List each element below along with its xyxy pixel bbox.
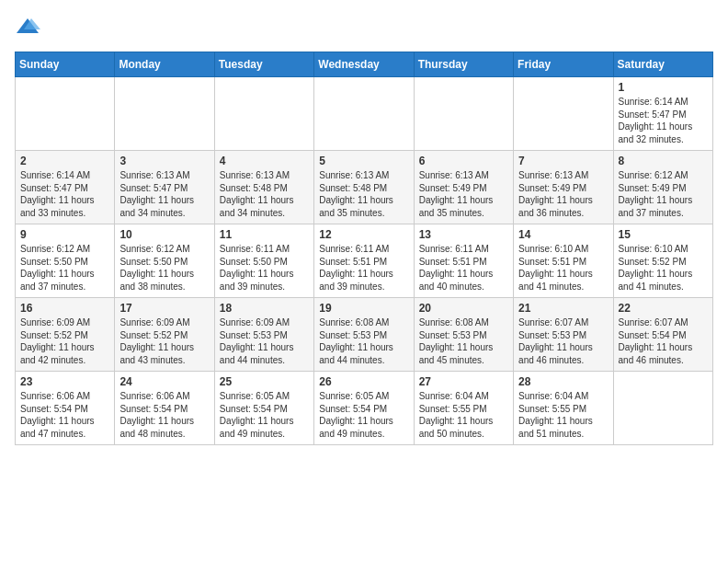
day-number: 10 <box>119 228 209 241</box>
calendar-cell: 22Sunrise: 6:07 AM Sunset: 5:54 PM Dayli… <box>613 298 712 372</box>
calendar-cell: 27Sunrise: 6:04 AM Sunset: 5:55 PM Dayli… <box>414 372 513 445</box>
column-header-sunday: Sunday <box>16 52 115 77</box>
day-number: 20 <box>419 302 508 315</box>
day-number: 21 <box>518 302 608 315</box>
day-number: 27 <box>419 375 508 388</box>
day-number: 7 <box>518 155 608 167</box>
calendar-week-row: 23Sunrise: 6:06 AM Sunset: 5:54 PM Dayli… <box>16 372 713 445</box>
logo-icon <box>15 15 40 40</box>
day-number: 5 <box>319 155 408 167</box>
calendar-cell: 12Sunrise: 6:11 AM Sunset: 5:51 PM Dayli… <box>314 224 414 298</box>
calendar-cell: 25Sunrise: 6:05 AM Sunset: 5:54 PM Dayli… <box>214 372 313 445</box>
calendar-cell: 15Sunrise: 6:10 AM Sunset: 5:52 PM Dayli… <box>613 224 712 298</box>
column-header-wednesday: Wednesday <box>314 52 414 77</box>
day-number: 23 <box>20 375 109 388</box>
cell-info: Sunrise: 6:09 AM Sunset: 5:53 PM Dayligh… <box>220 316 309 366</box>
column-header-monday: Monday <box>115 52 214 77</box>
cell-info: Sunrise: 6:14 AM Sunset: 5:47 PM Dayligh… <box>619 96 708 145</box>
calendar-cell <box>314 77 414 151</box>
calendar-cell: 28Sunrise: 6:04 AM Sunset: 5:55 PM Dayli… <box>514 372 613 445</box>
calendar-cell <box>16 77 115 151</box>
calendar-cell: 2Sunrise: 6:14 AM Sunset: 5:47 PM Daylig… <box>16 151 115 224</box>
cell-info: Sunrise: 6:10 AM Sunset: 5:52 PM Dayligh… <box>619 243 708 293</box>
calendar-cell: 6Sunrise: 6:13 AM Sunset: 5:49 PM Daylig… <box>414 151 513 224</box>
calendar-week-row: 16Sunrise: 6:09 AM Sunset: 5:52 PM Dayli… <box>16 298 713 372</box>
day-number: 19 <box>319 302 408 315</box>
calendar-cell: 18Sunrise: 6:09 AM Sunset: 5:53 PM Dayli… <box>214 298 313 372</box>
cell-info: Sunrise: 6:13 AM Sunset: 5:47 PM Dayligh… <box>119 169 209 219</box>
cell-info: Sunrise: 6:12 AM Sunset: 5:50 PM Dayligh… <box>20 243 109 293</box>
day-number: 6 <box>419 155 508 167</box>
cell-info: Sunrise: 6:11 AM Sunset: 5:51 PM Dayligh… <box>319 243 408 293</box>
cell-info: Sunrise: 6:06 AM Sunset: 5:54 PM Dayligh… <box>20 390 109 440</box>
calendar-cell: 10Sunrise: 6:12 AM Sunset: 5:50 PM Dayli… <box>115 224 214 298</box>
calendar-cell: 5Sunrise: 6:13 AM Sunset: 5:48 PM Daylig… <box>314 151 414 224</box>
calendar-cell: 24Sunrise: 6:06 AM Sunset: 5:54 PM Dayli… <box>115 372 214 445</box>
cell-info: Sunrise: 6:10 AM Sunset: 5:51 PM Dayligh… <box>518 243 608 293</box>
cell-info: Sunrise: 6:13 AM Sunset: 5:48 PM Dayligh… <box>220 169 309 219</box>
day-number: 22 <box>619 302 708 315</box>
day-number: 18 <box>220 302 309 315</box>
calendar-cell: 23Sunrise: 6:06 AM Sunset: 5:54 PM Dayli… <box>16 372 115 445</box>
day-number: 8 <box>619 155 708 167</box>
day-number: 28 <box>518 375 608 388</box>
cell-info: Sunrise: 6:11 AM Sunset: 5:51 PM Dayligh… <box>419 243 508 293</box>
cell-info: Sunrise: 6:07 AM Sunset: 5:53 PM Dayligh… <box>518 316 608 366</box>
calendar-cell: 8Sunrise: 6:12 AM Sunset: 5:49 PM Daylig… <box>613 151 712 224</box>
page-header <box>15 15 713 40</box>
cell-info: Sunrise: 6:08 AM Sunset: 5:53 PM Dayligh… <box>419 316 508 366</box>
calendar-table: SundayMondayTuesdayWednesdayThursdayFrid… <box>15 52 713 445</box>
cell-info: Sunrise: 6:05 AM Sunset: 5:54 PM Dayligh… <box>220 390 309 440</box>
cell-info: Sunrise: 6:12 AM Sunset: 5:50 PM Dayligh… <box>119 243 209 293</box>
day-number: 4 <box>220 155 309 167</box>
calendar-cell: 11Sunrise: 6:11 AM Sunset: 5:50 PM Dayli… <box>214 224 313 298</box>
logo <box>15 15 44 40</box>
cell-info: Sunrise: 6:09 AM Sunset: 5:52 PM Dayligh… <box>20 316 109 366</box>
day-number: 1 <box>619 81 708 94</box>
day-number: 12 <box>319 228 408 241</box>
column-header-tuesday: Tuesday <box>214 52 313 77</box>
day-number: 17 <box>119 302 209 315</box>
cell-info: Sunrise: 6:13 AM Sunset: 5:49 PM Dayligh… <box>419 169 508 219</box>
calendar-cell: 26Sunrise: 6:05 AM Sunset: 5:54 PM Dayli… <box>314 372 414 445</box>
day-number: 16 <box>20 302 109 315</box>
cell-info: Sunrise: 6:11 AM Sunset: 5:50 PM Dayligh… <box>220 243 309 293</box>
calendar-cell: 9Sunrise: 6:12 AM Sunset: 5:50 PM Daylig… <box>16 224 115 298</box>
calendar-cell: 1Sunrise: 6:14 AM Sunset: 5:47 PM Daylig… <box>613 77 712 151</box>
cell-info: Sunrise: 6:13 AM Sunset: 5:48 PM Dayligh… <box>319 169 408 219</box>
day-number: 25 <box>220 375 309 388</box>
cell-info: Sunrise: 6:08 AM Sunset: 5:53 PM Dayligh… <box>319 316 408 366</box>
calendar-cell: 20Sunrise: 6:08 AM Sunset: 5:53 PM Dayli… <box>414 298 513 372</box>
cell-info: Sunrise: 6:07 AM Sunset: 5:54 PM Dayligh… <box>619 316 708 366</box>
calendar-cell: 14Sunrise: 6:10 AM Sunset: 5:51 PM Dayli… <box>514 224 613 298</box>
calendar-cell: 4Sunrise: 6:13 AM Sunset: 5:48 PM Daylig… <box>214 151 313 224</box>
calendar-cell <box>613 372 712 445</box>
calendar-cell <box>115 77 214 151</box>
calendar-cell: 16Sunrise: 6:09 AM Sunset: 5:52 PM Dayli… <box>16 298 115 372</box>
column-header-saturday: Saturday <box>613 52 712 77</box>
day-number: 11 <box>220 228 309 241</box>
day-number: 26 <box>319 375 408 388</box>
day-number: 24 <box>119 375 209 388</box>
calendar-cell: 3Sunrise: 6:13 AM Sunset: 5:47 PM Daylig… <box>115 151 214 224</box>
calendar-week-row: 2Sunrise: 6:14 AM Sunset: 5:47 PM Daylig… <box>16 151 713 224</box>
calendar-cell: 7Sunrise: 6:13 AM Sunset: 5:49 PM Daylig… <box>514 151 613 224</box>
calendar-cell <box>414 77 513 151</box>
cell-info: Sunrise: 6:14 AM Sunset: 5:47 PM Dayligh… <box>20 169 109 219</box>
day-number: 9 <box>20 228 109 241</box>
cell-info: Sunrise: 6:06 AM Sunset: 5:54 PM Dayligh… <box>119 390 209 440</box>
calendar-week-row: 1Sunrise: 6:14 AM Sunset: 5:47 PM Daylig… <box>16 77 713 151</box>
cell-info: Sunrise: 6:12 AM Sunset: 5:49 PM Dayligh… <box>619 169 708 219</box>
cell-info: Sunrise: 6:04 AM Sunset: 5:55 PM Dayligh… <box>419 390 508 440</box>
day-number: 15 <box>619 228 708 241</box>
calendar-cell: 19Sunrise: 6:08 AM Sunset: 5:53 PM Dayli… <box>314 298 414 372</box>
cell-info: Sunrise: 6:09 AM Sunset: 5:52 PM Dayligh… <box>119 316 209 366</box>
cell-info: Sunrise: 6:13 AM Sunset: 5:49 PM Dayligh… <box>518 169 608 219</box>
day-number: 14 <box>518 228 608 241</box>
day-number: 3 <box>119 155 209 167</box>
calendar-cell: 17Sunrise: 6:09 AM Sunset: 5:52 PM Dayli… <box>115 298 214 372</box>
day-number: 2 <box>20 155 109 167</box>
calendar-week-row: 9Sunrise: 6:12 AM Sunset: 5:50 PM Daylig… <box>16 224 713 298</box>
cell-info: Sunrise: 6:04 AM Sunset: 5:55 PM Dayligh… <box>518 390 608 440</box>
column-header-friday: Friday <box>514 52 613 77</box>
